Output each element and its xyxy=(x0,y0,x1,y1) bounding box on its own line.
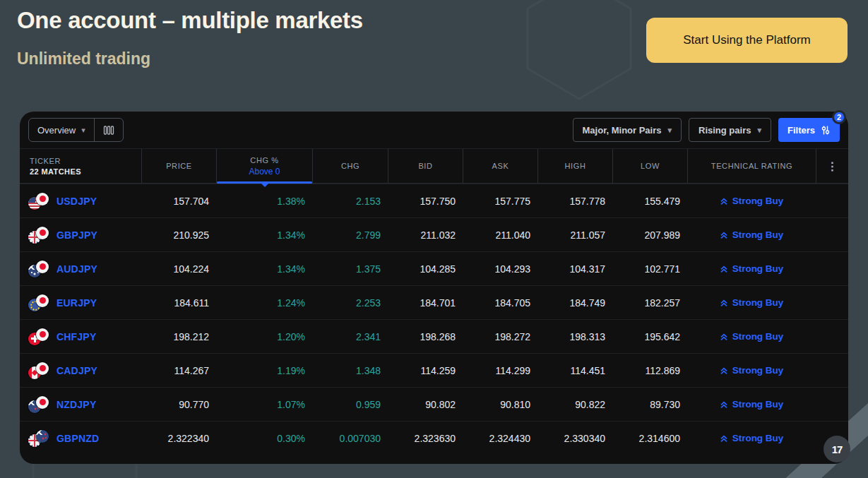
technical-rating-link[interactable]: Strong Buy xyxy=(687,331,816,342)
price-cell: 157.704 xyxy=(141,196,216,207)
ticker-symbol[interactable]: CADJPY xyxy=(57,365,97,376)
header-chg-percent[interactable]: CHG % Above 0 xyxy=(216,149,312,183)
high-cell: 157.778 xyxy=(537,196,612,207)
columns-layout-button[interactable] xyxy=(95,119,123,141)
currency-pair-flags xyxy=(28,396,49,413)
ticker-cell[interactable]: CADJPY xyxy=(20,362,141,379)
page: One account – multiple markets Unlimited… xyxy=(0,0,868,478)
technical-rating-link[interactable]: Strong Buy xyxy=(687,433,816,443)
flag-jp-icon xyxy=(36,193,49,205)
low-cell: 155.479 xyxy=(612,196,687,207)
view-dropdown[interactable]: Overview ▾ xyxy=(29,119,94,141)
header-technical-rating[interactable]: TECHNICAL RATING xyxy=(687,149,816,183)
direction-filter-dropdown[interactable]: Rising pairs ▾ xyxy=(689,118,771,142)
ticker-cell[interactable]: GBPNZD xyxy=(20,430,141,447)
header-bid[interactable]: BID xyxy=(388,149,463,183)
pairs-filter-dropdown[interactable]: Major, Minor Pairs ▾ xyxy=(573,118,682,142)
chevron-down-icon: ▾ xyxy=(81,126,85,134)
high-cell: 90.822 xyxy=(537,399,612,410)
table-row[interactable]: USDJPY 157.704 1.38% 2.153 157.750 157.7… xyxy=(20,184,848,217)
technical-rating-link[interactable]: Strong Buy xyxy=(687,365,816,376)
technical-rating-link[interactable]: Strong Buy xyxy=(687,399,816,410)
flag-jp-icon xyxy=(36,261,49,273)
technical-rating-link[interactable]: Strong Buy xyxy=(687,297,816,308)
ticker-symbol[interactable]: AUDJPY xyxy=(57,263,97,275)
table-row[interactable]: AUDJPY 104.224 1.34% 1.375 104.285 104.2… xyxy=(20,251,848,285)
table-row[interactable]: NZDJPY 90.770 1.07% 0.959 90.802 90.810 … xyxy=(20,387,848,421)
ask-cell: 104.293 xyxy=(463,263,537,275)
flag-nz-icon xyxy=(36,430,49,443)
double-chevron-up-icon xyxy=(720,366,728,375)
table-row[interactable]: CHFJPY 198.212 1.20% 2.341 198.268 198.2… xyxy=(20,319,848,353)
high-cell: 211.057 xyxy=(537,229,612,241)
chg-percent-cell: 1.34% xyxy=(216,229,312,241)
double-chevron-up-icon xyxy=(720,434,728,443)
ticker-cell[interactable]: EURJPY xyxy=(20,294,141,311)
low-cell: 195.642 xyxy=(612,331,687,342)
table-header: TICKER 22 MATCHES PRICE CHG % Above 0 CH… xyxy=(20,148,848,184)
bid-cell: 184.701 xyxy=(388,297,463,309)
ticker-cell[interactable]: AUDJPY xyxy=(20,261,141,277)
technical-rating-label: Strong Buy xyxy=(732,399,784,410)
tradingview-logo-mark: 17 xyxy=(832,443,843,455)
chg-percent-cell: 1.20% xyxy=(216,331,312,342)
technical-rating-link[interactable]: Strong Buy xyxy=(687,196,816,206)
low-cell: 112.869 xyxy=(612,365,687,376)
ticker-symbol[interactable]: GBPJPY xyxy=(57,229,97,241)
header-low[interactable]: LOW xyxy=(612,149,687,183)
technical-rating-label: Strong Buy xyxy=(732,229,784,240)
header-high[interactable]: HIGH xyxy=(537,149,612,183)
double-chevron-up-icon xyxy=(720,333,728,341)
ticker-symbol[interactable]: NZDJPY xyxy=(57,399,96,410)
ask-cell: 211.040 xyxy=(463,229,537,241)
low-cell: 2.314600 xyxy=(612,433,687,444)
header-ticker[interactable]: TICKER 22 MATCHES xyxy=(20,149,141,183)
double-chevron-up-icon xyxy=(720,265,728,273)
high-cell: 198.313 xyxy=(537,331,612,342)
widget-toolbar: Overview ▾ Major, Minor Pairs ▾ xyxy=(20,112,848,148)
market-screener-widget: Overview ▾ Major, Minor Pairs ▾ xyxy=(20,112,848,464)
ticker-cell[interactable]: USDJPY xyxy=(20,193,141,210)
ask-cell: 2.324430 xyxy=(463,433,537,444)
currency-pair-flags xyxy=(28,193,49,210)
table-row[interactable]: EURJPY 184.611 1.24% 2.253 184.701 184.7… xyxy=(20,285,848,319)
low-cell: 102.771 xyxy=(612,263,687,275)
ticker-cell[interactable]: CHFJPY xyxy=(20,328,141,345)
bid-cell: 90.802 xyxy=(388,399,463,410)
bid-cell: 157.750 xyxy=(388,196,463,207)
header-chg-percent-filter: Above 0 xyxy=(249,167,280,177)
technical-rating-link[interactable]: Strong Buy xyxy=(687,229,816,240)
header-chg[interactable]: CHG xyxy=(312,149,388,183)
technical-rating-label: Strong Buy xyxy=(732,297,784,308)
ticker-symbol[interactable]: EURJPY xyxy=(57,297,97,309)
ticker-symbol[interactable]: GBPNZD xyxy=(57,433,99,444)
chg-cell: 2.253 xyxy=(312,297,388,309)
chevron-down-icon: ▾ xyxy=(668,126,672,134)
bid-cell: 114.259 xyxy=(388,365,463,376)
ticker-symbol[interactable]: USDJPY xyxy=(57,196,97,207)
ask-cell: 184.705 xyxy=(463,297,537,309)
ticker-symbol[interactable]: CHFJPY xyxy=(57,331,96,342)
header-ask[interactable]: ASK xyxy=(463,149,537,183)
tradingview-logo[interactable]: 17 xyxy=(824,436,850,462)
ticker-cell[interactable]: GBPJPY xyxy=(20,227,141,244)
technical-rating-label: Strong Buy xyxy=(732,433,784,443)
filters-button[interactable]: Filters 2 xyxy=(778,118,840,142)
high-cell: 114.451 xyxy=(537,365,612,376)
chg-percent-cell: 1.07% xyxy=(216,399,312,410)
table-row[interactable]: GBPJPY 210.925 1.34% 2.799 211.032 211.0… xyxy=(20,217,848,251)
low-cell: 182.257 xyxy=(612,297,687,309)
chg-cell: 2.799 xyxy=(312,229,388,241)
header-price[interactable]: PRICE xyxy=(141,149,216,183)
flag-jp-icon xyxy=(36,396,49,409)
header-ticker-label: TICKER xyxy=(30,157,61,165)
price-cell: 198.212 xyxy=(141,331,216,342)
header-menu-button[interactable]: ⋮ xyxy=(816,149,848,183)
start-platform-button[interactable]: Start Using the Platform xyxy=(646,18,848,63)
ticker-cell[interactable]: NZDJPY xyxy=(20,396,141,413)
high-cell: 184.749 xyxy=(537,297,612,309)
technical-rating-link[interactable]: Strong Buy xyxy=(687,263,816,274)
table-row[interactable]: CADJPY 114.267 1.19% 1.348 114.259 114.2… xyxy=(20,353,848,387)
currency-pair-flags xyxy=(28,362,49,379)
table-row[interactable]: GBPNZD 2.322340 0.30% 0.007030 2.323630 … xyxy=(20,421,848,455)
